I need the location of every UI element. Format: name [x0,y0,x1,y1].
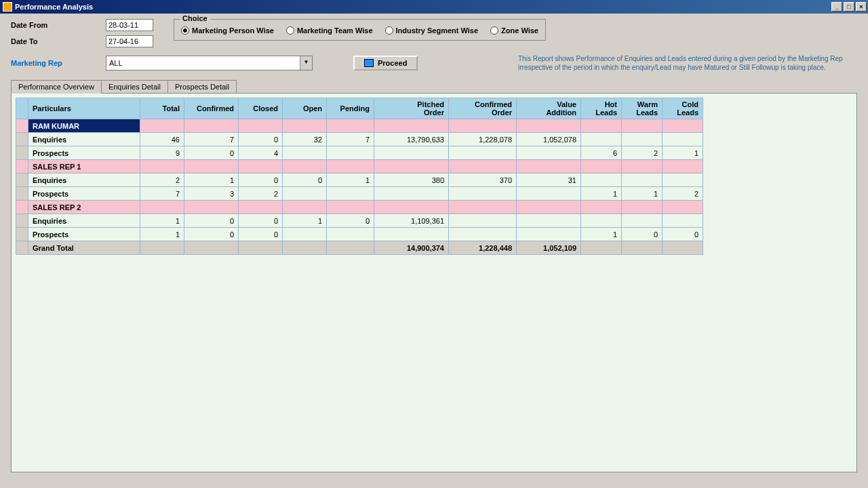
cell-confirmed: 1 [184,174,239,187]
radio-label: Marketing Person Wise [192,26,274,35]
cell-warm: 1 [622,187,663,201]
cell-confirmed: 0 [184,146,239,160]
cell-closed: 4 [239,146,283,160]
col-warm-leads[interactable]: WarmLeads [622,98,663,119]
cell-warm: 0 [622,228,663,241]
cell-closed: 0 [239,133,283,146]
row-header [16,133,28,146]
table-row[interactable]: Prospects904621 [16,146,703,160]
date-to-input[interactable] [106,35,153,47]
cell-confirmed_order: 1,228,448 [449,241,517,255]
cell-hot [581,174,622,187]
cell-confirmed: 3 [184,187,239,201]
cell-particulars: Prospects [28,228,140,241]
col-hot-leads[interactable]: HotLeads [581,98,622,119]
cell-cold: 1 [663,146,703,160]
table-row[interactable]: SALES REP 1 [16,160,703,174]
cell-hot: 1 [581,228,622,241]
cell-open [283,146,327,160]
table-row[interactable]: Enquiries467032713,790,6331,228,0781,052… [16,133,703,146]
minimize-button[interactable]: _ [831,2,842,12]
cell-total [140,160,184,174]
col-confirmed-order[interactable]: ConfirmedOrder [449,98,517,119]
cell-closed: 0 [239,228,283,241]
cell-value_addition [517,228,581,241]
table-row[interactable]: Prospects100100 [16,228,703,241]
col-total[interactable]: Total [140,98,184,119]
tab-enquiries-detail[interactable]: Enquiries Detail [101,80,168,94]
cell-value_addition [517,214,581,228]
table-row[interactable]: SALES REP 2 [16,201,703,214]
cell-confirmed: 0 [184,214,239,228]
col-pitched-order[interactable]: PitchedOrder [374,98,449,119]
choice-radio-3[interactable]: Zone Wise [490,26,538,35]
maximize-button[interactable]: □ [844,2,854,12]
cell-closed: 2 [239,187,283,201]
cell-hot [581,133,622,146]
cell-cold [663,201,703,214]
cell-total [140,119,184,133]
cell-total: 1 [140,214,184,228]
performance-grid: Particulars Total Confirmed Closed Open … [16,98,703,255]
proceed-label: Proceed [378,59,407,67]
cell-pitched_order: 380 [374,174,449,187]
cell-pitched_order [374,228,449,241]
radio-icon [490,26,498,35]
cell-total: 7 [140,187,184,201]
date-from-input[interactable] [106,19,153,31]
cell-confirmed [184,201,239,214]
cell-total: 2 [140,174,184,187]
radio-icon [286,26,294,35]
col-particulars[interactable]: Particulars [28,98,140,119]
col-confirmed[interactable]: Confirmed [184,98,239,119]
cell-confirmed_order [449,214,517,228]
tab-performance-overview[interactable]: Performance Overview [11,80,102,94]
table-row[interactable]: Prospects732112 [16,187,703,201]
app-icon [3,2,12,12]
cell-warm [622,133,663,146]
cell-warm [622,174,663,187]
cell-confirmed_order: 1,228,078 [449,133,517,146]
col-pending[interactable]: Pending [327,98,374,119]
cell-confirmed [184,241,239,255]
cell-confirmed_order: 370 [449,174,517,187]
marketing-rep-combo[interactable]: ALL ▼ [106,56,313,70]
table-row[interactable]: Enquiries2100138037031 [16,174,703,187]
radio-icon [385,26,393,35]
overview-panel: Particulars Total Confirmed Closed Open … [11,93,857,472]
close-button[interactable]: × [856,2,867,12]
cell-particulars: SALES REP 1 [28,160,140,174]
cell-pitched_order [374,187,449,201]
date-from-label: Date From [11,21,106,29]
cell-particulars: Prospects [28,187,140,201]
table-row[interactable]: Grand Total14,900,3741,228,4481,052,109 [16,241,703,255]
cell-open: 0 [283,174,327,187]
cell-warm: 2 [622,146,663,160]
cell-pitched_order [374,146,449,160]
col-closed[interactable]: Closed [239,98,283,119]
row-header [16,174,28,187]
grid-corner [16,98,28,119]
table-row[interactable]: Enquiries100101,109,361 [16,214,703,228]
cell-open [283,241,327,255]
choice-radio-1[interactable]: Marketing Team Wise [286,26,373,35]
choice-radio-0[interactable]: Marketing Person Wise [181,26,274,35]
cell-pending [327,241,374,255]
radio-label: Marketing Team Wise [297,26,373,35]
marketing-rep-value: ALL [106,59,300,67]
proceed-button[interactable]: Proceed [353,56,418,70]
cell-closed [239,160,283,174]
cell-open [283,160,327,174]
tab-prospects-detail[interactable]: Prospects Detail [167,80,237,94]
row-header [16,146,28,160]
col-open[interactable]: Open [283,98,327,119]
cell-confirmed_order [449,160,517,174]
col-cold-leads[interactable]: ColdLeads [663,98,703,119]
cell-cold: 0 [663,228,703,241]
row-header [16,214,28,228]
col-value-addition[interactable]: ValueAddition [517,98,581,119]
table-row[interactable]: RAM KUMAR [16,119,703,133]
choice-radio-2[interactable]: Industry Segment Wise [385,26,479,35]
cell-confirmed_order [449,119,517,133]
cell-hot [581,201,622,214]
